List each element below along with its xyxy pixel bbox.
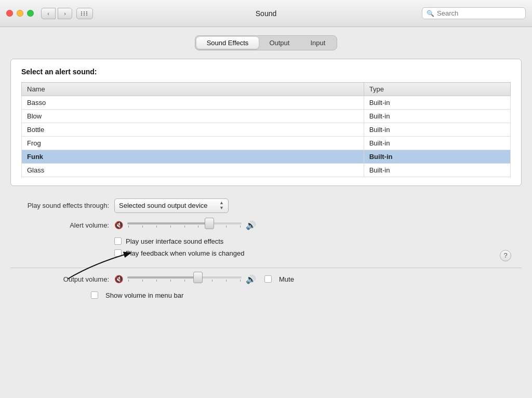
close-button[interactable] xyxy=(6,10,13,17)
sound-name: Blow xyxy=(22,110,364,123)
alert-volume-thumb[interactable] xyxy=(205,218,214,229)
sound-name: Basso xyxy=(22,96,364,110)
output-volume-thumb[interactable] xyxy=(193,272,203,283)
tab-sound-effects[interactable]: Sound Effects xyxy=(196,37,259,49)
search-box[interactable]: 🔍 xyxy=(422,7,526,19)
sound-type: Built-in xyxy=(364,110,510,123)
sound-name: Funk xyxy=(22,150,364,164)
checkboxes-section: Play user interface sound effects Play f… xyxy=(10,237,522,261)
feedback-checkbox-item: Play feedback when volume is changed xyxy=(114,249,522,257)
dropdown-value: Selected sound output device xyxy=(119,202,216,209)
col-header-type: Type xyxy=(364,83,510,96)
sound-type: Built-in xyxy=(364,150,510,164)
show-volume-checkbox[interactable] xyxy=(91,291,98,299)
dropdown-arrows-icon: ▲▼ xyxy=(219,201,224,211)
table-row-selected[interactable]: Funk Built-in xyxy=(22,150,511,164)
tabs-container: Sound Effects Output Input xyxy=(10,35,522,50)
traffic-lights xyxy=(6,10,34,17)
sound-type: Built-in xyxy=(364,96,510,110)
minimize-button[interactable] xyxy=(17,10,23,17)
grid-icon xyxy=(81,11,88,16)
titlebar: ‹ › Sound 🔍 xyxy=(0,0,532,27)
nav-buttons: ‹ › xyxy=(41,8,72,19)
output-slider-wrapper xyxy=(127,276,242,282)
table-row[interactable]: Basso Built-in xyxy=(22,96,511,110)
output-volume-row: Output volume: 🔇 🔊 Mute xyxy=(10,274,522,284)
mute-checkbox-item: Mute xyxy=(264,275,294,283)
output-slider-ticks xyxy=(127,280,242,282)
search-icon: 🔍 xyxy=(427,10,434,17)
help-button[interactable]: ? xyxy=(500,250,511,261)
ui-sounds-checkbox[interactable] xyxy=(114,237,122,245)
help-icon: ? xyxy=(503,251,507,259)
alert-sound-title: Select an alert sound: xyxy=(21,68,511,76)
window-title: Sound xyxy=(256,9,276,18)
forward-button[interactable]: › xyxy=(58,8,72,19)
play-through-label: Play sound effects through: xyxy=(10,202,109,209)
sound-name: Glass xyxy=(22,164,364,177)
alert-sound-panel: Select an alert sound: Name Type Basso B… xyxy=(10,59,522,186)
volume-low-icon: 🔇 xyxy=(114,221,123,229)
table-row[interactable]: Glass Built-in xyxy=(22,164,511,177)
show-volume-row: Show volume in menu bar xyxy=(91,291,522,299)
sound-name: Bottle xyxy=(22,123,364,137)
output-volume-high-icon: 🔊 xyxy=(246,274,256,284)
show-volume-label: Show volume in menu bar xyxy=(105,291,183,299)
table-row[interactable]: Blow Built-in xyxy=(22,110,511,123)
feedback-label: Play feedback when volume is changed xyxy=(126,249,244,257)
table-row[interactable]: Frog Built-in xyxy=(22,137,511,150)
alert-volume-track[interactable] xyxy=(127,222,242,224)
output-volume-low-icon: 🔇 xyxy=(114,275,123,283)
tabs: Sound Effects Output Input xyxy=(195,35,338,50)
output-volume-track[interactable] xyxy=(127,276,242,278)
mute-label: Mute xyxy=(279,275,294,283)
search-input[interactable] xyxy=(437,9,521,17)
output-volume-slider-container: 🔇 🔊 Mute xyxy=(114,274,294,284)
col-header-name: Name xyxy=(22,83,364,96)
slider-ticks xyxy=(127,225,242,228)
tab-output[interactable]: Output xyxy=(259,37,300,49)
ui-sounds-label: Play user interface sound effects xyxy=(126,237,223,245)
main-content: Sound Effects Output Input Select an ale… xyxy=(0,27,532,398)
checkbox-area: Play user interface sound effects Play f… xyxy=(114,237,522,261)
alert-volume-row: Alert volume: 🔇 🔊 xyxy=(10,220,522,230)
grid-view-button[interactable] xyxy=(76,8,93,19)
alert-volume-label: Alert volume: xyxy=(10,221,109,229)
alert-volume-slider-container: 🔇 🔊 xyxy=(114,220,256,230)
back-button[interactable]: ‹ xyxy=(41,8,56,19)
controls-section: Play sound effects through: Selected sou… xyxy=(10,193,522,304)
table-row[interactable]: Bottle Built-in xyxy=(22,123,511,137)
slider-track-wrapper xyxy=(127,222,242,228)
sound-type: Built-in xyxy=(364,137,510,150)
sound-type: Built-in xyxy=(364,123,510,137)
sound-type: Built-in xyxy=(364,164,510,177)
play-through-dropdown[interactable]: Selected sound output device ▲▼ xyxy=(114,198,229,213)
mute-checkbox[interactable] xyxy=(264,275,272,283)
maximize-button[interactable] xyxy=(27,10,34,17)
sound-name: Frog xyxy=(22,137,364,150)
ui-sounds-checkbox-item: Play user interface sound effects xyxy=(114,237,522,245)
sound-table: Name Type Basso Built-in Blow Built-in B… xyxy=(21,82,511,177)
play-through-row: Play sound effects through: Selected sou… xyxy=(10,198,522,213)
volume-high-icon: 🔊 xyxy=(246,220,256,230)
separator xyxy=(10,268,522,268)
feedback-checkbox[interactable] xyxy=(114,249,122,257)
tab-input[interactable]: Input xyxy=(300,37,336,49)
output-volume-label: Output volume: xyxy=(10,275,109,283)
